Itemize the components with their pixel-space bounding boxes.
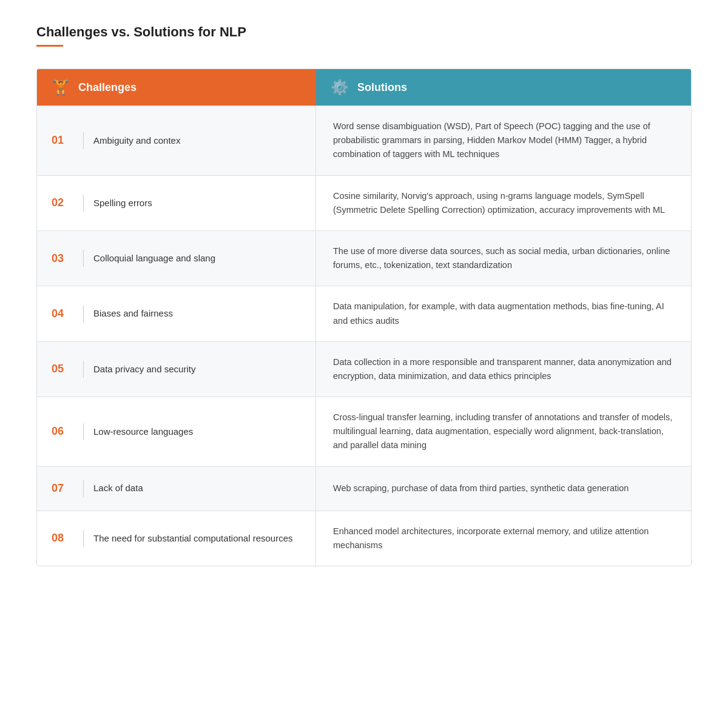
challenges-icon: 🏋 xyxy=(52,79,70,96)
table-row: 05 Data privacy and security Data collec… xyxy=(37,341,691,397)
row-number: 01 xyxy=(52,134,73,147)
solution-text: Data manipulation, for example, with dat… xyxy=(333,300,674,327)
table-row: 03 Colloquial language and slang The use… xyxy=(37,230,691,286)
challenge-text: Biases and fairness xyxy=(93,307,173,321)
table-row: 06 Low-resource languages Cross-lingual … xyxy=(37,397,691,466)
solution-cell: Cosine similarity, Norvig's approach, us… xyxy=(316,176,691,230)
row-number: 04 xyxy=(52,307,73,320)
solutions-header: ⚙️ Solutions xyxy=(316,69,691,106)
challenge-cell: 05 Data privacy and security xyxy=(37,342,316,397)
challenge-text: Ambiguity and contex xyxy=(93,134,180,148)
table-row: 04 Biases and fairness Data manipulation… xyxy=(37,286,691,341)
challenges-header: 🏋 Challenges xyxy=(37,69,316,106)
challenge-cell: 07 Lack of data xyxy=(37,467,316,511)
table-header: 🏋 Challenges ⚙️ Solutions xyxy=(37,69,691,106)
solution-text: The use of more diverse data sources, su… xyxy=(333,244,674,272)
row-number: 02 xyxy=(52,196,73,209)
row-divider xyxy=(83,250,84,267)
challenge-cell: 01 Ambiguity and contex xyxy=(37,106,316,175)
challenge-text: Colloquial language and slang xyxy=(93,252,215,266)
challenge-cell: 03 Colloquial language and slang xyxy=(37,231,316,286)
solution-text: Word sense disambiguation (WSD), Part of… xyxy=(333,119,674,162)
table-body: 01 Ambiguity and contex Word sense disam… xyxy=(37,106,691,566)
solution-text: Data collection in a more responsible an… xyxy=(333,355,674,383)
challenge-text: The need for substantial computational r… xyxy=(93,532,293,546)
row-divider xyxy=(83,132,84,149)
challenge-text: Data privacy and security xyxy=(93,363,195,377)
row-number: 06 xyxy=(52,425,73,438)
table-row: 08 The need for substantial computationa… xyxy=(37,511,691,566)
solution-text: Web scraping, purchase of data from thir… xyxy=(333,481,629,495)
solution-cell: The use of more diverse data sources, su… xyxy=(316,231,691,286)
challenge-text: Spelling errors xyxy=(93,196,152,210)
solution-cell: Cross-lingual transfer learning, includi… xyxy=(316,397,691,466)
solution-cell: Data manipulation, for example, with dat… xyxy=(316,286,691,341)
challenge-cell: 06 Low-resource languages xyxy=(37,397,316,466)
row-number: 08 xyxy=(52,532,73,545)
solution-cell: Web scraping, purchase of data from thir… xyxy=(316,467,691,511)
challenges-header-label: Challenges xyxy=(78,81,136,94)
main-table: 🏋 Challenges ⚙️ Solutions 01 Ambiguity a… xyxy=(36,69,692,566)
solution-cell: Data collection in a more responsible an… xyxy=(316,342,691,397)
solutions-icon: ⚙️ xyxy=(331,79,349,96)
title-underline xyxy=(36,45,63,47)
solution-text: Cross-lingual transfer learning, includi… xyxy=(333,411,674,453)
solutions-header-label: Solutions xyxy=(357,81,407,94)
challenge-cell: 02 Spelling errors xyxy=(37,176,316,230)
row-divider xyxy=(83,361,84,378)
row-number: 05 xyxy=(52,363,73,375)
challenge-text: Low-resource languages xyxy=(93,425,193,439)
solution-cell: Word sense disambiguation (WSD), Part of… xyxy=(316,106,691,175)
row-number: 03 xyxy=(52,252,73,265)
row-divider xyxy=(83,423,84,440)
solution-text: Enhanced model architectures, incorporat… xyxy=(333,525,674,552)
table-row: 07 Lack of data Web scraping, purchase o… xyxy=(37,466,691,511)
challenge-text: Lack of data xyxy=(93,481,143,495)
row-number: 07 xyxy=(52,482,73,495)
page-title: Challenges vs. Solutions for NLP xyxy=(36,24,692,40)
row-divider xyxy=(83,530,84,547)
row-divider xyxy=(83,195,84,212)
solution-cell: Enhanced model architectures, incorporat… xyxy=(316,511,691,566)
row-divider xyxy=(83,306,84,323)
solution-text: Cosine similarity, Norvig's approach, us… xyxy=(333,189,674,217)
table-row: 02 Spelling errors Cosine similarity, No… xyxy=(37,175,691,230)
challenge-cell: 04 Biases and fairness xyxy=(37,286,316,341)
table-row: 01 Ambiguity and contex Word sense disam… xyxy=(37,106,691,175)
challenge-cell: 08 The need for substantial computationa… xyxy=(37,511,316,566)
row-divider xyxy=(83,480,84,497)
